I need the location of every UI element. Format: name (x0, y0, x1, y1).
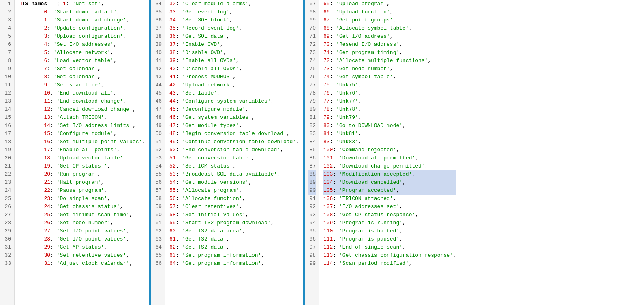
code-line: 42: 'Upload network', (169, 81, 299, 89)
dict-key: 60 (169, 228, 176, 234)
dict-value: 'Get SOE data' (182, 33, 226, 39)
punc: : (330, 74, 336, 80)
punc: , (142, 139, 145, 145)
code-line: 74: 'Get symbol table', (323, 73, 456, 81)
dict-value: 'Get I/O point values' (57, 236, 126, 242)
code-line: 27: 'Set I/O point values', (19, 227, 145, 235)
line-num: 32 (3, 251, 11, 260)
punc: , (402, 179, 406, 185)
code-line: 112: 'End of single scan', (323, 243, 456, 251)
punc: : (176, 139, 182, 145)
dict-value: 'Set scan time' (53, 82, 101, 88)
line-num: 42 (154, 65, 162, 73)
punc: , (399, 236, 402, 242)
code-line: 17: 'Enable all points', (19, 146, 145, 154)
dict-value: 'Set I/O point values' (57, 228, 126, 234)
punc: : (176, 74, 182, 80)
code-line: 77: 'Unk77', (323, 97, 456, 105)
dict-value: 'Enable OVD' (182, 41, 220, 47)
dict-value: 'Unk78' (336, 106, 358, 112)
dict-value: 'Modification accepted' (339, 171, 412, 177)
punc: : (330, 98, 336, 104)
punc: : (330, 139, 336, 145)
code-line: 31: 'Adjust clock calendar', (19, 260, 145, 268)
punc: , (123, 155, 126, 161)
dict-value: 'Allocate multiple functions' (336, 58, 428, 64)
punc: : (330, 122, 336, 129)
line-num: 22 (3, 170, 11, 178)
dict-key: 67 (323, 17, 330, 23)
dict-value: 'Program is paused' (339, 236, 399, 242)
punc: : (47, 33, 53, 39)
line-num: 49 (154, 122, 162, 130)
punc: , (390, 9, 393, 15)
punc: , (98, 171, 101, 177)
line-num: 36 (154, 16, 162, 24)
dict-value: 'Get module versions' (182, 179, 248, 185)
dict-key: 69 (323, 33, 330, 39)
code-line: 2: 'Update configuration', (19, 24, 145, 32)
punc: : (50, 163, 57, 169)
code-line: 67: 'Get point groups', (323, 16, 456, 24)
punc: : (333, 179, 339, 185)
code-line: 59: 'Start TS2 program download', (169, 219, 299, 227)
dict-key: 54 (169, 179, 176, 185)
punc: , (117, 9, 120, 15)
dict-value: 'Set TS2 data area' (182, 228, 242, 234)
dict-key: 77 (323, 98, 330, 104)
dict-value: 'Set initial values' (182, 212, 245, 218)
punc: : (333, 147, 339, 153)
punc: : (333, 187, 339, 193)
dict-value: 'Process MODBUS' (182, 74, 233, 80)
code-line: 65: 'Upload program', (323, 0, 456, 8)
punc: , (104, 114, 107, 120)
punc: , (393, 195, 396, 202)
code-line: 3: 'Upload configuration', (19, 32, 145, 41)
line-num: 17 (3, 130, 11, 138)
punc: : (330, 114, 336, 120)
line-num: 88 (308, 170, 316, 178)
line-num: 27 (3, 211, 11, 219)
line-num: 50 (154, 130, 162, 138)
code-line: 22: 'Pause program', (19, 187, 145, 195)
line-num: 82 (308, 122, 316, 130)
punc: : (333, 236, 339, 242)
dict-key: 48 (169, 131, 176, 137)
var-name: TS_names (22, 1, 47, 7)
code-line: 52: 'Set ICM status', (169, 162, 299, 170)
punc: , (98, 74, 101, 80)
line-num: 65 (154, 251, 162, 260)
punc: : (333, 252, 339, 258)
line-num: 18 (3, 138, 11, 146)
punc: , (358, 90, 362, 96)
code-line: 55: 'Allocate program', (169, 187, 299, 195)
punc: : (176, 228, 182, 234)
punc: , (126, 17, 129, 23)
punc: , (236, 58, 239, 64)
punc: : (330, 82, 336, 88)
punc: : (176, 260, 182, 266)
code-line: 20: 'Run program', (19, 170, 145, 178)
code-content-1: □TS_names = {-1: 'Not set', 0: 'Start do… (15, 0, 149, 305)
dict-key: 40 (169, 66, 176, 72)
code-line: 51: 'Get conversion table', (169, 154, 299, 162)
punc: , (129, 260, 133, 266)
editor-container: 1234567891011121314151617181920212223242… (0, 0, 644, 305)
dict-key: 56 (169, 195, 176, 202)
punc: , (277, 171, 280, 177)
punc: , (98, 66, 101, 72)
dict-value: 'Set ICM status' (182, 163, 233, 169)
line-num: 38 (154, 32, 162, 41)
line-num: 56 (154, 178, 162, 187)
dict-key: 47 (169, 122, 176, 129)
punc: : (176, 195, 182, 202)
punc: : (176, 179, 182, 185)
line-num: 85 (308, 146, 316, 154)
punc: , (239, 66, 242, 72)
code-line: 108: 'Get CP status response', (323, 211, 456, 219)
punc: , (261, 252, 264, 258)
punc: , (217, 90, 220, 96)
line-num: 1 (3, 0, 11, 8)
code-line: 66: 'Upload function', (323, 8, 456, 16)
code-line: 56: 'Allocate function', (169, 195, 299, 203)
